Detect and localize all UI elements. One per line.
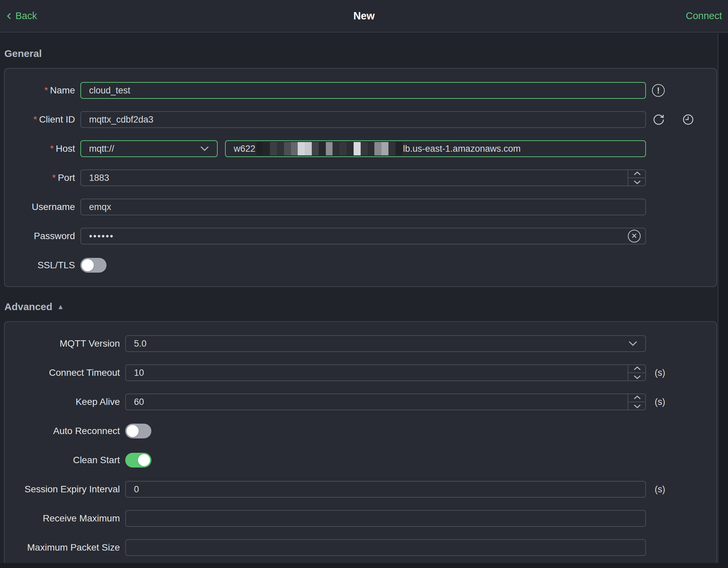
spin-down-button[interactable] — [628, 402, 646, 410]
client-id-input[interactable] — [80, 111, 646, 128]
password-row: Password ✕ — [15, 228, 716, 244]
receive-maximum-label: Receive Maximum — [15, 513, 120, 524]
advanced-panel: MQTT Version 5.0 Connect Timeout (s) Kee… — [4, 321, 717, 568]
ssl-toggle[interactable] — [80, 258, 106, 273]
client-id-label: *Client ID — [15, 114, 75, 125]
connect-timeout-row: Connect Timeout (s) — [15, 364, 716, 381]
session-expiry-row: Session Expiry Interval (s) — [15, 481, 716, 498]
mqtt-version-select[interactable]: 5.0 — [125, 335, 646, 352]
right-edge-gutter — [718, 33, 728, 568]
chevron-down-icon — [629, 341, 637, 346]
ssl-label: SSL/TLS — [15, 260, 75, 271]
back-label: Back — [15, 10, 37, 21]
required-mark: * — [50, 143, 54, 154]
spin-up-button[interactable] — [628, 364, 646, 373]
password-wrap: ✕ — [80, 228, 646, 244]
clear-password-icon[interactable]: ✕ — [628, 230, 641, 242]
advanced-section-title[interactable]: Advanced ▲ — [4, 301, 728, 312]
client-id-row: *Client ID — [15, 111, 716, 128]
required-mark: * — [52, 172, 56, 183]
spin-up-button[interactable] — [628, 394, 646, 402]
connect-timeout-unit: (s) — [655, 368, 665, 378]
username-label: Username — [15, 202, 75, 212]
collapse-triangle-icon[interactable]: ▲ — [57, 303, 64, 311]
connect-timeout-stepper — [125, 364, 646, 381]
bottom-edge-strip — [0, 563, 728, 568]
receive-maximum-input[interactable] — [125, 510, 646, 527]
port-input[interactable] — [80, 169, 646, 186]
general-section-label: General — [4, 48, 42, 59]
connect-timeout-input[interactable] — [125, 364, 646, 381]
keep-alive-row: Keep Alive (s) — [15, 394, 716, 410]
port-label: *Port — [15, 172, 75, 183]
history-clock-icon[interactable] — [681, 113, 695, 126]
back-button[interactable]: Back — [6, 10, 37, 21]
username-input[interactable] — [80, 199, 646, 215]
port-row: *Port — [15, 169, 716, 186]
warning-info-icon[interactable]: ! — [652, 84, 665, 97]
mqtt-version-row: MQTT Version 5.0 — [15, 335, 716, 352]
spin-down-button[interactable] — [628, 178, 646, 186]
host-input[interactable]: w622 lb.us-east-1.amazonaws.com — [225, 140, 646, 157]
keep-alive-unit: (s) — [655, 397, 665, 407]
clean-start-label: Clean Start — [15, 455, 120, 466]
connect-timeout-spinner — [628, 364, 646, 381]
receive-maximum-row: Receive Maximum — [15, 510, 716, 527]
clean-start-toggle[interactable] — [125, 453, 151, 468]
maximum-packet-size-row: Maximum Packet Size — [15, 539, 716, 556]
mqtt-version-label: MQTT Version — [15, 338, 120, 349]
refresh-client-id-icon[interactable] — [652, 113, 665, 126]
page-title: New — [353, 10, 375, 22]
chevron-left-icon — [6, 13, 13, 19]
port-spinner — [628, 169, 646, 186]
auto-reconnect-label: Auto Reconnect — [15, 426, 120, 436]
required-mark: * — [33, 114, 37, 125]
auto-reconnect-row: Auto Reconnect — [15, 423, 716, 439]
keep-alive-input[interactable] — [125, 394, 646, 410]
ssl-row: SSL/TLS — [15, 257, 716, 274]
host-redacted — [256, 142, 403, 155]
protocol-value: mqtt:// — [89, 144, 114, 154]
required-mark: * — [44, 85, 48, 95]
topbar: Back New Connect — [0, 0, 728, 32]
connect-button[interactable]: Connect — [686, 10, 722, 21]
session-expiry-unit: (s) — [655, 484, 665, 495]
username-row: Username — [15, 199, 716, 215]
connect-timeout-label: Connect Timeout — [15, 367, 120, 378]
connect-label: Connect — [686, 10, 722, 21]
host-value-suffix: lb.us-east-1.amazonaws.com — [403, 144, 521, 154]
name-input[interactable] — [80, 82, 646, 99]
general-panel: *Name ! *Client ID *Host mqtt:// w622 lb… — [4, 68, 717, 287]
host-row: *Host mqtt:// w622 lb.us-east-1.amazonaw… — [15, 140, 716, 157]
password-input[interactable] — [80, 228, 646, 244]
maximum-packet-size-input[interactable] — [125, 539, 646, 556]
password-label: Password — [15, 231, 75, 241]
host-label: *Host — [15, 143, 75, 154]
protocol-select[interactable]: mqtt:// — [80, 140, 218, 157]
clean-start-row: Clean Start — [15, 452, 716, 469]
session-expiry-label: Session Expiry Interval — [15, 484, 120, 495]
name-row: *Name ! — [15, 82, 716, 99]
maximum-packet-size-label: Maximum Packet Size — [15, 542, 120, 553]
general-section-title: General — [4, 48, 728, 59]
session-expiry-input[interactable] — [125, 481, 646, 498]
port-stepper — [80, 169, 646, 186]
name-label: *Name — [15, 85, 75, 96]
advanced-section-label: Advanced — [4, 301, 52, 312]
host-value-prefix: w622 — [234, 144, 256, 154]
spin-up-button[interactable] — [628, 169, 646, 178]
auto-reconnect-toggle[interactable] — [125, 424, 151, 438]
keep-alive-label: Keep Alive — [15, 397, 120, 407]
chevron-down-icon — [200, 146, 209, 151]
mqtt-version-value: 5.0 — [134, 339, 147, 349]
keep-alive-spinner — [628, 394, 646, 410]
spin-down-button[interactable] — [628, 373, 646, 381]
keep-alive-stepper — [125, 394, 646, 410]
